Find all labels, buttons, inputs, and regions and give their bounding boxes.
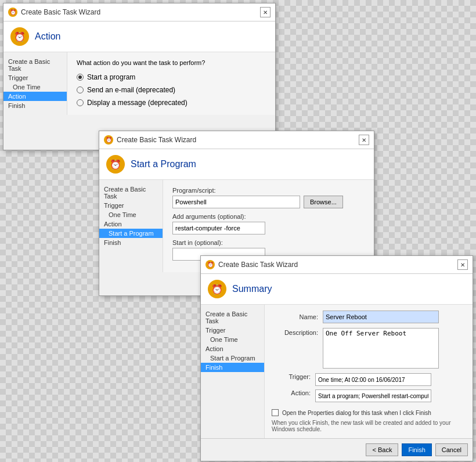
radio-circle-3 bbox=[77, 99, 84, 106]
header-title-1: Action bbox=[35, 31, 60, 42]
header-icon-1: ⏰ bbox=[10, 27, 29, 46]
name-label: Name: bbox=[272, 313, 318, 320]
close-button-2[interactable]: ✕ bbox=[359, 135, 369, 145]
action-info-input[interactable] bbox=[315, 389, 431, 402]
sidebar-2: Create a Basic Task Trigger One Time Act… bbox=[99, 180, 163, 272]
cancel-button[interactable]: Cancel bbox=[435, 443, 468, 456]
question-text: What action do you want the task to perf… bbox=[77, 59, 266, 66]
radio-group-1: Start a program Send an e-mail (deprecat… bbox=[77, 73, 266, 107]
titlebar-left: ⏰ Create Basic Task Wizard bbox=[8, 8, 100, 17]
sidebar-3: Create a Basic Task Trigger One Time Act… bbox=[201, 305, 265, 438]
titlebar-text: Create Basic Task Wizard bbox=[21, 8, 100, 16]
titlebar-left-3: ⏰ Create Basic Task Wizard bbox=[205, 260, 298, 269]
titlebar-text-3: Create Basic Task Wizard bbox=[218, 261, 298, 269]
sidebar-3-item-4[interactable]: Start a Program bbox=[201, 353, 264, 363]
taskbar-icon: ⏰ bbox=[8, 8, 17, 17]
program-script-label: Program/script: bbox=[172, 187, 365, 194]
sidebar-2-item-3[interactable]: Action bbox=[99, 219, 163, 229]
dialog-body-1: Create a Basic Task Trigger One Time Act… bbox=[3, 52, 275, 115]
checkbox-label: Open the Properties dialog for this task… bbox=[282, 410, 431, 416]
browse-button[interactable]: Browse... bbox=[304, 196, 343, 208]
sidebar-item-1-3[interactable]: Action bbox=[3, 92, 67, 101]
dialog-header-2: ⏰ Start a Program bbox=[99, 149, 374, 180]
radio-label-1: Start a program bbox=[87, 73, 135, 81]
trigger-info-label: Trigger: bbox=[272, 373, 315, 386]
sidebar-item-1-2[interactable]: One Time bbox=[3, 82, 67, 92]
radio-send-email[interactable]: Send an e-mail (deprecated) bbox=[77, 86, 266, 94]
close-button-3[interactable]: ✕ bbox=[457, 259, 468, 270]
dialog-header-3: ⏰ Summary bbox=[201, 274, 473, 305]
add-args-label: Add arguments (optional): bbox=[172, 213, 365, 220]
sidebar-3-item-3[interactable]: Action bbox=[201, 344, 264, 353]
close-button-1[interactable]: ✕ bbox=[260, 7, 271, 17]
dialog-summary: ⏰ Create Basic Task Wizard ✕ ⏰ Summary C… bbox=[200, 255, 473, 461]
trigger-info-row: Trigger: bbox=[272, 373, 466, 386]
sidebar-item-1-1[interactable]: Trigger bbox=[3, 73, 67, 82]
sidebar-3-item-2[interactable]: One Time bbox=[201, 335, 264, 344]
description-row: Description: One Off Server Reboot bbox=[272, 328, 466, 369]
sidebar-item-1-4[interactable]: Finish bbox=[3, 101, 67, 110]
action-info-label: Action: bbox=[272, 389, 315, 402]
program-script-row: Program/script: Browse... bbox=[172, 187, 365, 208]
dialog-action: ⏰ Create Basic Task Wizard ✕ ⏰ Action Cr… bbox=[3, 3, 276, 150]
main-content-3: Name: Description: One Off Server Reboot… bbox=[265, 305, 473, 438]
sidebar-2-item-4[interactable]: Start a Program bbox=[99, 229, 163, 238]
header-icon-2: ⏰ bbox=[106, 155, 125, 174]
radio-circle-1 bbox=[77, 74, 84, 81]
radio-label-3: Display a message (deprecated) bbox=[87, 99, 187, 107]
finish-checkbox[interactable] bbox=[272, 409, 279, 416]
titlebar-action: ⏰ Create Basic Task Wizard ✕ bbox=[3, 3, 275, 21]
add-args-row: Add arguments (optional): bbox=[172, 213, 365, 234]
titlebar-text-2: Create Basic Task Wizard bbox=[117, 136, 196, 144]
checkbox-row: Open the Properties dialog for this task… bbox=[272, 409, 466, 416]
action-info-row: Action: bbox=[272, 389, 466, 402]
start-in-label: Start in (optional): bbox=[172, 239, 365, 246]
back-button[interactable]: < Back bbox=[366, 443, 398, 456]
radio-label-2: Send an e-mail (deprecated) bbox=[87, 86, 175, 94]
add-args-input[interactable] bbox=[172, 222, 265, 234]
description-textarea[interactable]: One Off Server Reboot bbox=[323, 328, 439, 369]
sidebar-3-item-5[interactable]: Finish bbox=[201, 363, 264, 372]
button-row-3: < Back Finish Cancel bbox=[201, 438, 473, 461]
sidebar-item-1-0[interactable]: Create a Basic Task bbox=[3, 57, 67, 73]
sidebar-2-item-0[interactable]: Create a Basic Task bbox=[99, 185, 163, 201]
sidebar-3-item-1[interactable]: Trigger bbox=[201, 326, 264, 335]
header-icon-3: ⏰ bbox=[208, 280, 226, 298]
taskbar-icon-3: ⏰ bbox=[205, 260, 215, 269]
name-row: Name: bbox=[272, 311, 466, 323]
taskbar-icon-2: ⏰ bbox=[104, 135, 113, 145]
dialog-header-1: ⏰ Action bbox=[3, 21, 275, 52]
sidebar-2-item-5[interactable]: Finish bbox=[99, 238, 163, 247]
trigger-info-input[interactable] bbox=[315, 373, 431, 386]
sidebar-1: Create a Basic Task Trigger One Time Act… bbox=[3, 52, 67, 115]
program-script-field-group: Browse... bbox=[172, 196, 365, 208]
program-script-input[interactable] bbox=[172, 196, 300, 208]
sidebar-2-item-2[interactable]: One Time bbox=[99, 210, 163, 219]
titlebar-2: ⏰ Create Basic Task Wizard ✕ bbox=[99, 131, 374, 149]
main-content-1: What action do you want the task to perf… bbox=[67, 52, 275, 115]
radio-start-program[interactable]: Start a program bbox=[77, 73, 266, 81]
sidebar-2-item-1[interactable]: Trigger bbox=[99, 201, 163, 210]
name-input[interactable] bbox=[323, 311, 439, 323]
finish-button[interactable]: Finish bbox=[402, 443, 431, 456]
titlebar-left-2: ⏰ Create Basic Task Wizard bbox=[104, 135, 196, 145]
header-title-3: Summary bbox=[232, 284, 272, 294]
titlebar-3: ⏰ Create Basic Task Wizard ✕ bbox=[201, 256, 473, 274]
radio-display-message[interactable]: Display a message (deprecated) bbox=[77, 99, 266, 107]
info-text: When you click Finish, the new task will… bbox=[272, 420, 466, 432]
description-label: Description: bbox=[272, 329, 318, 336]
sidebar-3-item-0[interactable]: Create a Basic Task bbox=[201, 309, 264, 326]
header-title-2: Start a Program bbox=[131, 159, 196, 169]
dialog-body-3: Create a Basic Task Trigger One Time Act… bbox=[201, 305, 473, 438]
radio-circle-2 bbox=[77, 86, 84, 93]
